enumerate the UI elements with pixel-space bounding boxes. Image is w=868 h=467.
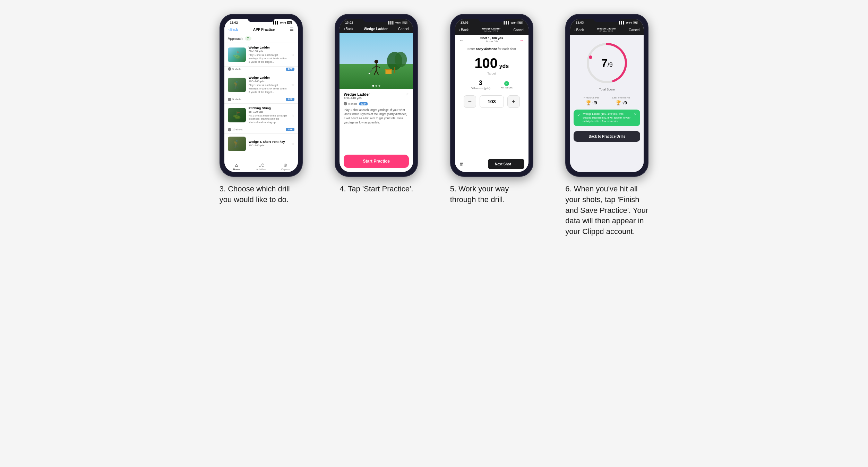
status-time-3: 13:03 <box>461 21 469 24</box>
back-btn-4[interactable]: ‹ Back <box>574 28 584 32</box>
page-container: 13:02 ▌▌▌ WiFi 4G ‹ Back APP Practice ☰ … <box>209 14 660 237</box>
svg-point-10 <box>369 73 370 74</box>
drill-name-3: Wedge & Short Iron Play <box>249 140 289 144</box>
notch-3 <box>478 15 506 22</box>
drill-item-1[interactable]: 🏌 Wedge Ladder 100–140 yds Play 1 shot a… <box>224 73 298 103</box>
next-shot-btn[interactable]: Next Shot → <box>488 159 524 169</box>
target-label-3: Target <box>455 72 528 75</box>
last-pb-label: Last month PB <box>612 96 630 99</box>
svg-rect-12 <box>385 69 392 70</box>
trash-icon-3[interactable]: 🗑 <box>459 161 464 167</box>
drill-thumb-3: 🏌 <box>228 137 246 151</box>
drill-shots-0: ◯ 9 shots <box>228 67 241 71</box>
drill-desc-2: Hit 1 shot at each of the 10 target dist… <box>249 114 289 124</box>
cancel-btn-4[interactable]: Cancel <box>629 28 639 32</box>
next-arrow-3[interactable]: → <box>519 37 524 43</box>
score-label-3: Score 5/9 <box>480 40 503 43</box>
increment-btn-3[interactable]: + <box>507 95 520 108</box>
star-icon-2[interactable]: ☆ <box>291 113 294 117</box>
cancel-btn-3[interactable]: Cancel <box>514 28 524 32</box>
drill-info-0: Wedge Ladder 50–100 yds Play 1 shot at e… <box>249 46 289 63</box>
capture-label: Capture <box>281 168 290 171</box>
shots-icon-1: ◯ <box>228 98 231 101</box>
svg-point-1 <box>395 52 407 67</box>
section-3: 13:03 ▌▌▌ WiFi 4G ‹ Back Wedge Ladder 06… <box>439 14 544 205</box>
drill-thumb-2: ⛳ <box>228 108 246 122</box>
drill-item-3[interactable]: 🏌 Wedge & Short Iron Play 100–140 yds ☆ <box>224 134 298 154</box>
nav-activities[interactable]: ⎇ Activities <box>249 160 273 172</box>
hit-check-icon: ✓ <box>504 81 509 86</box>
carry-distance-input[interactable]: 103 <box>480 95 504 108</box>
score-denom-4: /9 <box>608 61 613 68</box>
drill-shots-detail: ◯ 9 shots <box>344 102 357 105</box>
star-icon-1[interactable]: ☆ <box>291 83 294 87</box>
shots-icon-2: ◯ <box>228 128 231 131</box>
back-btn-1[interactable]: ‹ Back <box>229 28 238 32</box>
drill-item-0[interactable]: ⛳ Wedge Ladder 50–100 yds Play 1 shot at… <box>224 43 298 73</box>
menu-icon-1[interactable]: ☰ <box>290 27 294 32</box>
close-banner-btn[interactable]: ✕ <box>634 112 637 116</box>
drill-yds-0: 50–100 yds <box>249 50 289 53</box>
status-time-1: 13:02 <box>230 21 238 24</box>
previous-pb: Previous PB 🏆 -/9 <box>584 96 599 105</box>
prev-pb-val: -/9 <box>592 101 597 105</box>
section-2: 13:02 ▌▌▌ WiFi 4G ‹ Back Wedge Ladder Ca… <box>324 14 429 194</box>
total-label-4: Total Score <box>599 88 615 91</box>
svg-rect-2 <box>394 67 395 73</box>
back-btn-2[interactable]: ‹ Back <box>344 27 353 31</box>
drill-yds-1: 100–140 yds <box>249 80 289 83</box>
score-circle-4: 7/9 <box>584 41 629 86</box>
star-icon-detail[interactable]: ☆ <box>406 92 409 96</box>
caption-4: 6. When you've hit all your shots, tap '… <box>565 184 648 237</box>
cancel-btn-2[interactable]: Cancel <box>398 27 409 31</box>
drill-name-0: Wedge Ladder <box>249 46 289 49</box>
nav-title-1: APP Practice <box>253 28 275 32</box>
start-practice-btn[interactable]: Start Practice <box>344 155 409 168</box>
target-yds-3: 100 <box>474 55 498 71</box>
nav-bar-2: ‹ Back Wedge Ladder Cancel <box>340 25 413 33</box>
svg-point-3 <box>375 60 378 63</box>
drill-item-2[interactable]: ⛳ Pitching String 55–100 yds Hit 1 shot … <box>224 104 298 134</box>
activities-icon: ⎇ <box>258 162 264 168</box>
svg-line-9 <box>370 69 373 73</box>
svg-line-8 <box>376 70 378 75</box>
nav-bar-1: ‹ Back APP Practice ☰ <box>224 25 298 34</box>
phone-3: 13:03 ▌▌▌ WiFi 4G ‹ Back Wedge Ladder 06… <box>450 14 533 177</box>
drill-yds-3: 100–140 yds <box>249 144 289 147</box>
back-btn-3[interactable]: ‹ Back <box>459 28 469 32</box>
star-icon-0[interactable]: ☆ <box>291 53 294 57</box>
drill-shots-2: ◯ 10 shots <box>228 128 243 131</box>
screen-3: 13:03 ▌▌▌ WiFi 4G ‹ Back Wedge Ladder 06… <box>455 19 528 172</box>
drill-desc-detail: Play 1 shot at each target yardage. If y… <box>344 108 409 125</box>
drill-desc-1: Play 1 shot at each target yardage. If y… <box>249 84 289 94</box>
drill-info-3: Wedge & Short Iron Play 100–140 yds <box>249 140 289 148</box>
nav-capture[interactable]: ⊕ Capture <box>273 160 298 172</box>
nav-home[interactable]: ⌂ Home <box>224 160 249 172</box>
star-icon-3[interactable]: ☆ <box>291 142 294 146</box>
prev-arrow-3[interactable]: ← <box>459 37 464 43</box>
svg-point-15 <box>589 55 592 59</box>
trophy-icon-prev: 🏆 <box>586 100 591 105</box>
capture-icon: ⊕ <box>283 162 287 168</box>
next-arrow-icon: → <box>513 162 517 166</box>
svg-line-5 <box>373 66 377 69</box>
screen-1: 13:02 ▌▌▌ WiFi 4G ‹ Back APP Practice ☰ … <box>224 19 298 172</box>
back-to-drills-btn[interactable]: Back to Practice Drills <box>574 131 640 142</box>
filter-bar-1: Approach 7 <box>224 34 298 43</box>
nav-title-3: Wedge Ladder <box>481 27 500 30</box>
success-banner-4: ✓ 'Wedge Ladder (100–140 yds)' was creat… <box>574 110 640 126</box>
section-1: 13:02 ▌▌▌ WiFi 4G ‹ Back APP Practice ☰ … <box>209 14 314 205</box>
app-badge-2: APP <box>286 128 294 131</box>
image-dots-2 <box>372 85 380 87</box>
nav-title-4: Wedge Ladder <box>597 27 616 30</box>
difference-label-3: Difference (yds) <box>471 87 490 90</box>
difference-val-3: 3 <box>471 79 490 87</box>
input-row-3: − 103 + <box>455 93 528 111</box>
nav-bar-4: ‹ Back Wedge Ladder 06 Mar 2023 Cancel <box>570 25 644 35</box>
target-unit-3: yds <box>499 63 509 69</box>
target-display-3: 100 yds Target <box>455 53 528 77</box>
app-badge-0: APP <box>286 68 294 71</box>
section-4: 13:03 ▌▌▌ WiFi 4G ‹ Back Wedge Ladder 06… <box>555 14 660 237</box>
status-time-4: 13:03 <box>576 21 584 24</box>
decrement-btn-3[interactable]: − <box>464 95 476 108</box>
